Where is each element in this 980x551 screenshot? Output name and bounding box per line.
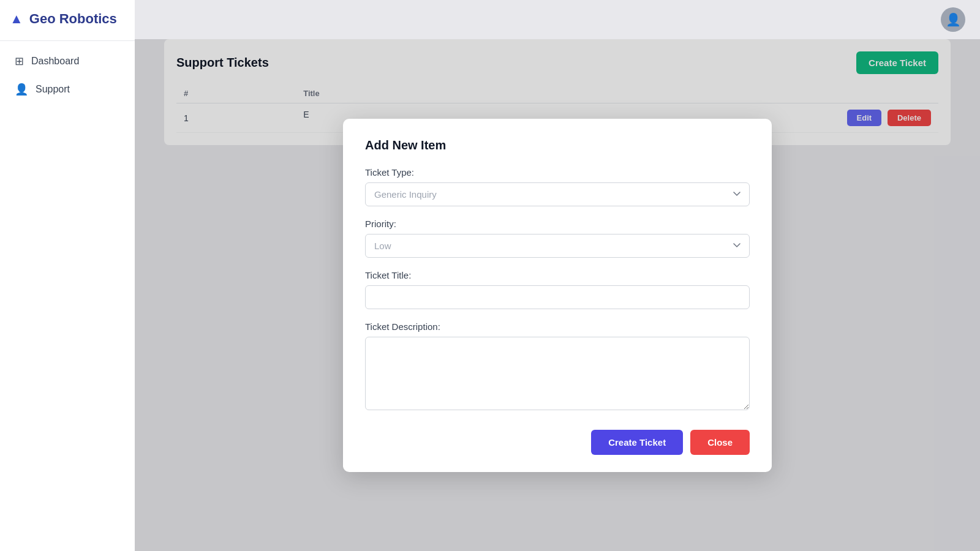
page-wrapper: ▲ Geo Robotics ⊞ Dashboard 👤 Support 👤	[0, 0, 980, 551]
modal-overlay: Add New Item Ticket Type: Generic Inquir…	[135, 39, 980, 551]
logo: ▲ Geo Robotics	[0, 0, 135, 38]
sidebar-divider	[0, 40, 135, 41]
main-content: 👤 Support Tickets Create Ticket # Title	[135, 0, 980, 551]
ticket-title-group: Ticket Title:	[365, 270, 750, 309]
sidebar-item-dashboard-label: Dashboard	[31, 56, 79, 67]
sidebar: ▲ Geo Robotics ⊞ Dashboard 👤 Support	[0, 0, 135, 551]
topbar: 👤	[135, 0, 980, 39]
support-icon: 👤	[15, 83, 28, 96]
sidebar-nav: ⊞ Dashboard 👤 Support	[0, 48, 135, 102]
sidebar-item-dashboard[interactable]: ⊞ Dashboard	[6, 48, 129, 74]
sidebar-item-support-label: Support	[36, 84, 70, 95]
ticket-title-input[interactable]	[365, 285, 750, 309]
ticket-type-group: Ticket Type: Generic Inquiry Bug Report …	[365, 167, 750, 206]
ticket-description-label: Ticket Description:	[365, 321, 750, 332]
priority-select[interactable]: Low Medium High Critical	[365, 234, 750, 258]
modal-dialog: Add New Item Ticket Type: Generic Inquir…	[343, 119, 772, 472]
sidebar-item-support[interactable]: 👤 Support	[6, 77, 129, 102]
ticket-description-group: Ticket Description:	[365, 321, 750, 413]
priority-label: Priority:	[365, 219, 750, 229]
content-body: Support Tickets Create Ticket # Title 1	[135, 39, 980, 551]
logo-text: Geo Robotics	[29, 11, 117, 27]
logo-icon: ▲	[10, 11, 23, 27]
modal-title: Add New Item	[365, 138, 750, 152]
ticket-title-label: Ticket Title:	[365, 270, 750, 280]
ticket-description-textarea[interactable]	[365, 337, 750, 410]
modal-footer: Create Ticket Close	[365, 430, 750, 455]
ticket-type-label: Ticket Type:	[365, 167, 750, 178]
modal-close-button[interactable]: Close	[690, 430, 750, 455]
priority-group: Priority: Low Medium High Critical	[365, 219, 750, 258]
dashboard-icon: ⊞	[15, 54, 24, 68]
avatar[interactable]: 👤	[941, 7, 965, 32]
ticket-type-select[interactable]: Generic Inquiry Bug Report Feature Reque…	[365, 182, 750, 206]
modal-create-ticket-button[interactable]: Create Ticket	[591, 430, 683, 455]
